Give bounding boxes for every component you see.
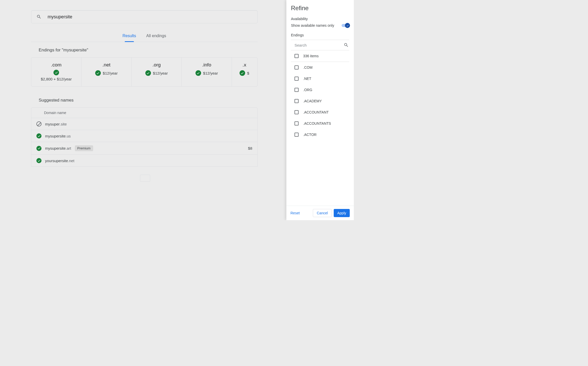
ending-filter-label: .ACCOUNTANT [303, 110, 329, 114]
ending-filter-label: .ORG [303, 88, 312, 92]
refine-footer: Reset Cancel Apply [286, 206, 354, 220]
endings-list: 336 items .COM.NET.ORG.ACADEMY.ACCOUNTAN… [291, 50, 349, 140]
checkbox[interactable] [295, 88, 299, 92]
reset-link[interactable]: Reset [290, 211, 300, 215]
availability-toggle[interactable] [342, 24, 349, 27]
table-row[interactable]: mysupersite.artPremium$8 [31, 142, 257, 155]
check-icon [346, 24, 349, 27]
ending-filter-item[interactable]: .ORG [291, 84, 349, 95]
ending-price: $12/year [203, 71, 218, 75]
check-icon [95, 70, 101, 76]
apply-button[interactable]: Apply [334, 209, 350, 217]
check-icon [240, 70, 245, 76]
table-header: Domain name [31, 108, 257, 118]
row-price: $8 [248, 146, 252, 150]
tab-results[interactable]: Results [117, 30, 141, 42]
checkbox[interactable] [295, 133, 299, 137]
domain-name: mysuper.site [45, 122, 67, 126]
ending-filter-label: .NET [303, 77, 311, 81]
ending-filter-label: .ACTOR [303, 133, 317, 137]
ending-price: $12/year [153, 71, 168, 75]
check-icon [36, 158, 41, 163]
search-input[interactable] [48, 14, 252, 20]
availability-label: Availability [291, 17, 349, 21]
checkbox[interactable] [295, 110, 299, 114]
ending-filter-item[interactable]: .ACCOUNTANT [291, 107, 349, 118]
items-count: 336 items [303, 54, 319, 58]
toggle-row: Show available names only [291, 23, 349, 27]
check-icon [53, 70, 59, 75]
refine-button-stub[interactable] [140, 175, 150, 182]
unavailable-icon [36, 121, 41, 126]
ending-price: $12/year [103, 71, 118, 75]
ending-card[interactable]: .info$12/year [182, 58, 232, 86]
ending-filter-item[interactable]: .ACADEMY [291, 95, 349, 107]
domain-name: yoursupersite.net [45, 159, 74, 163]
search-icon [344, 43, 349, 48]
search-container [31, 10, 258, 23]
search-bar[interactable] [31, 10, 258, 23]
ending-tld: .net [102, 62, 110, 68]
check-icon [36, 133, 41, 138]
premium-badge: Premium [75, 145, 93, 151]
ending-filter-item[interactable]: .ACTOR [291, 129, 349, 140]
refine-panel: Refine Availability Show available names… [286, 0, 354, 220]
refine-title: Refine [291, 5, 349, 12]
table-row[interactable]: mysuper.site [31, 118, 257, 130]
ending-tld: .x [243, 62, 246, 68]
ending-filter-label: .COM [303, 65, 313, 69]
ending-filter-item[interactable]: .COM [291, 62, 349, 73]
ending-filter-item[interactable]: .NET [291, 73, 349, 84]
cancel-button[interactable]: Cancel [313, 209, 332, 217]
check-icon [36, 146, 41, 151]
ending-filter-label: .ACADEMY [303, 99, 322, 103]
toggle-text: Show available names only [291, 23, 334, 27]
table-row[interactable]: yoursupersite.net [31, 155, 257, 166]
tabs-row: Results All endings [31, 30, 258, 42]
ending-card[interactable]: .com$2,800 + $12/year [31, 58, 81, 86]
ending-card[interactable]: .net$12/year [81, 58, 132, 86]
checkbox[interactable] [295, 99, 299, 103]
ending-filter-label: .ACCOUNTANTS [303, 121, 331, 125]
toggle-knob [345, 23, 350, 28]
ending-tld: .com [51, 62, 61, 68]
domain-name: mysupersite.us [45, 134, 71, 138]
checkbox[interactable] [295, 65, 299, 69]
ending-filter-item[interactable]: .ACCOUNTANTS [291, 118, 349, 129]
endings-grid: .com$2,800 + $12/year.net$12/year.org$12… [31, 57, 258, 87]
checkbox[interactable] [295, 77, 299, 81]
ending-price: $2,800 + $12/year [41, 77, 72, 81]
endings-select-all[interactable]: 336 items [291, 50, 349, 62]
table-row[interactable]: mysupersite.us [31, 130, 257, 142]
ending-price: $ [247, 71, 249, 75]
endings-search-input[interactable] [291, 43, 344, 47]
checkbox[interactable] [295, 121, 299, 125]
ending-tld: .info [202, 62, 211, 68]
tab-all-endings[interactable]: All endings [141, 30, 171, 42]
ending-tld: .org [152, 62, 161, 68]
check-icon [195, 70, 201, 76]
domain-name: mysupersite.art [45, 146, 71, 150]
check-icon [145, 70, 151, 76]
ending-card[interactable]: .org$12/year [132, 58, 182, 86]
checkbox[interactable] [295, 54, 299, 58]
search-icon [36, 14, 41, 19]
endings-search-row [291, 40, 349, 50]
results-table: Domain name mysuper.sitemysupersite.usmy… [31, 107, 258, 167]
ending-card[interactable]: .x$ [232, 58, 257, 86]
endings-label: Endings [291, 33, 349, 37]
